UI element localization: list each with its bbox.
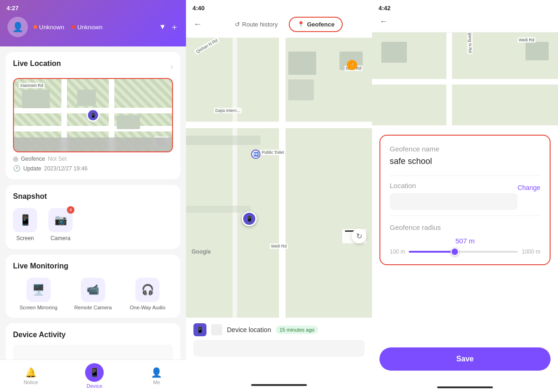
refresh-button[interactable]: ↻ bbox=[352, 229, 366, 243]
status-dot-1: Unknown bbox=[33, 24, 64, 31]
update-info: 🕐 Update 2023/12/27 19:46 bbox=[13, 165, 173, 172]
address-bar bbox=[193, 340, 365, 357]
slider-thumb[interactable] bbox=[451, 248, 459, 256]
geofence-label: Geofence bbox=[21, 156, 45, 162]
remote-camera-icon-wrap: 📹 bbox=[81, 278, 105, 302]
geofence-tab-icon: 📍 bbox=[297, 21, 305, 28]
nav-device[interactable]: 📱 Device bbox=[85, 363, 104, 389]
geofence-name-value: safe school bbox=[390, 157, 540, 166]
snapshot-screen[interactable]: 📱 Screen bbox=[13, 208, 37, 242]
panel2-header: 4:40 ← ↺ Route history 📍 Geofence bbox=[186, 0, 372, 38]
remote-camera-label: Remote Camera bbox=[74, 305, 112, 310]
save-button[interactable]: Save bbox=[379, 347, 551, 371]
screen-mirroring-label: Screen Mirroring bbox=[20, 305, 57, 310]
slider-track[interactable] bbox=[409, 251, 518, 253]
snapshot-camera[interactable]: 📷 8 Camera bbox=[48, 208, 73, 242]
panel2-time: 4:40 bbox=[193, 5, 205, 12]
device-activity-content bbox=[13, 345, 173, 359]
time-ago-badge: 15 minutes ago bbox=[276, 326, 318, 334]
one-way-audio-icon-wrap: 🎧 bbox=[135, 278, 159, 302]
status-label-2: Unknown bbox=[77, 24, 102, 31]
route-icon: ↺ bbox=[235, 21, 240, 28]
snapshot-card: Snapshot 📱 Screen 📷 8 Camera bbox=[6, 185, 180, 249]
change-link[interactable]: Change bbox=[518, 184, 540, 191]
camera-icon-wrap: 📷 8 bbox=[48, 208, 73, 232]
update-label: Update bbox=[23, 165, 41, 172]
dot-red bbox=[72, 25, 75, 29]
location-label: Location bbox=[390, 182, 416, 189]
add-icon[interactable]: ＋ bbox=[170, 21, 179, 33]
expand-icon[interactable]: › bbox=[170, 62, 173, 72]
one-way-audio-label: One-Way Audio bbox=[130, 305, 166, 310]
clock-icon: 🕐 bbox=[13, 165, 20, 172]
panel3-lang: Lingang N Rd bbox=[467, 33, 473, 54]
dropdown-icon[interactable]: ▾ bbox=[160, 21, 165, 33]
nav-notice[interactable]: 🔔 Notice bbox=[24, 367, 38, 385]
panel3-back-button[interactable]: ← bbox=[379, 17, 388, 26]
location-value-bar bbox=[390, 193, 518, 210]
toilet-label: Public Toilet bbox=[260, 150, 286, 155]
screen-label: Screen bbox=[16, 235, 34, 242]
screen-mirroring-icon: 🖥️ bbox=[32, 284, 45, 296]
device-marker: 📱 bbox=[242, 211, 257, 226]
panel-live-location: 4:27 👤 Unknown Unknown ▾ ＋ Live Location… bbox=[0, 0, 186, 392]
bell-icon: 🔔 bbox=[25, 367, 37, 378]
device-pin: 📱 bbox=[86, 109, 100, 122]
toilet-pin: 🚻 bbox=[251, 150, 260, 159]
slider-min-label: 100 m bbox=[390, 248, 405, 255]
live-monitoring-title: Live Monitoring bbox=[13, 262, 173, 270]
dot-orange bbox=[33, 25, 37, 29]
radius-value: 507 m bbox=[390, 237, 540, 245]
tab-route-history[interactable]: ↺ Route history bbox=[227, 17, 286, 32]
bottom-nav: 🔔 Notice 📱 Device 👤 Me bbox=[0, 359, 186, 392]
panel3-nav-bar bbox=[372, 378, 558, 392]
nav-me[interactable]: 👤 Me bbox=[151, 367, 162, 385]
device-location-icon: 📱 bbox=[193, 323, 206, 336]
screen-mirroring-icon-wrap: 🖥️ bbox=[27, 278, 51, 302]
panel-add-geofence: 4:42 ← Weili Rd Lingang N Rd Geofence na… bbox=[372, 0, 558, 392]
geofence-name-label: Geofence name bbox=[390, 145, 540, 153]
slider-max-label: 1000 m bbox=[522, 248, 540, 255]
snapshot-grid: 📱 Screen 📷 8 Camera bbox=[13, 206, 173, 242]
geofence-info: ◎ Geofence Not Set bbox=[13, 155, 173, 162]
location-row: Location Change bbox=[390, 182, 540, 193]
screen-icon-wrap: 📱 bbox=[13, 208, 37, 232]
screen-icon: 📱 bbox=[19, 214, 32, 226]
weili-label-bottom: Weili Rd bbox=[270, 243, 288, 249]
panel1-time: 4:27 bbox=[7, 5, 19, 12]
one-way-audio[interactable]: 🎧 One-Way Audio bbox=[122, 278, 173, 310]
person-icon: 👤 bbox=[151, 367, 162, 378]
panel-route-geofence: 4:40 ← ↺ Route history 📍 Geofence bbox=[186, 0, 372, 392]
poi-label-1: Dajia Intern... bbox=[214, 108, 242, 113]
panel2-bottom: 📱 Device location 15 minutes ago bbox=[186, 318, 372, 378]
location-value-row bbox=[390, 193, 540, 210]
live-location-title: Live Location bbox=[13, 59, 61, 68]
remote-camera-icon: 📹 bbox=[86, 284, 99, 296]
geofence-icon: ◎ bbox=[13, 155, 18, 162]
remote-camera[interactable]: 📹 Remote Camera bbox=[67, 278, 118, 310]
geofence-tab-label: Geofence bbox=[307, 21, 334, 28]
panel2-back-button[interactable]: ← bbox=[193, 20, 202, 29]
google-logo: Google bbox=[192, 248, 211, 255]
device-activity-card: Device Activity bbox=[6, 323, 180, 359]
panel3-time: 4:42 bbox=[379, 5, 391, 12]
home-indicator bbox=[251, 384, 307, 386]
screen-mirroring[interactable]: 🖥️ Screen Mirroring bbox=[13, 278, 64, 310]
radius-label: Geofence radius bbox=[390, 223, 540, 231]
device-icon: 📱 bbox=[89, 367, 100, 378]
monitor-grid: 🖥️ Screen Mirroring 📹 Remote Camera 🎧 On… bbox=[13, 276, 173, 310]
panel2-map[interactable]: Qishan N Rd Weili Rd Dajia Intern... 🚻 P… bbox=[186, 38, 372, 318]
device-activity-title: Device Activity bbox=[13, 331, 173, 339]
home-indicator-bar bbox=[186, 378, 372, 392]
panel3-home-indicator bbox=[437, 386, 493, 388]
device-location-row: 📱 Device location 15 minutes ago bbox=[193, 323, 365, 336]
secondary-icon bbox=[211, 324, 222, 335]
status-label-1: Unknown bbox=[39, 24, 64, 31]
live-monitoring-card: Live Monitoring 🖥️ Screen Mirroring 📹 Re… bbox=[6, 255, 180, 318]
update-value: 2023/12/27 19:46 bbox=[44, 165, 87, 172]
tab-group: ↺ Route history 📍 Geofence bbox=[206, 17, 365, 32]
tab-geofence[interactable]: 📍 Geofence bbox=[289, 17, 343, 32]
gf-divider-1 bbox=[390, 176, 540, 176]
live-location-map[interactable]: 📱 Xianmen Rd 50 m200 ft bbox=[13, 78, 173, 152]
slider-fill bbox=[409, 251, 455, 253]
